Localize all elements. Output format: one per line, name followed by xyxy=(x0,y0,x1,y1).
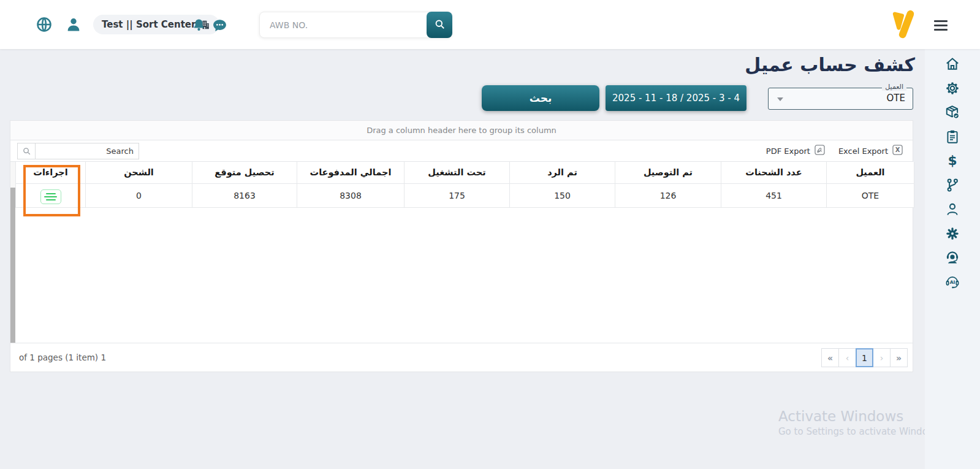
menu-icon[interactable] xyxy=(934,20,948,31)
page-title: كشف حساب عميل xyxy=(745,54,915,75)
right-sidebar: $ AI xyxy=(925,49,980,469)
col-header-in-operation[interactable]: تحت التشغيل xyxy=(405,162,510,183)
user-profile-icon[interactable] xyxy=(944,201,960,217)
pager-last-button[interactable]: » xyxy=(890,348,908,367)
col-header-shipment-count[interactable]: عدد الشحنات xyxy=(721,162,827,183)
date-range-button[interactable]: 2025 - 11 - 18 / 2025 - 3 - 4 xyxy=(606,85,746,111)
settings-gear-icon[interactable] xyxy=(944,226,960,242)
col-header-total-payments[interactable]: اجمالي المدفوعات xyxy=(297,162,405,183)
grid-search-icon xyxy=(17,143,36,159)
cell-actions xyxy=(16,183,86,207)
cell-total-payments: 8308 xyxy=(297,183,405,207)
col-header-returned[interactable]: تم الرد xyxy=(510,162,615,183)
export-buttons: PDF Export Excel Export X xyxy=(766,140,903,162)
shipments-package-icon[interactable] xyxy=(944,104,960,120)
logo-v-icon[interactable] xyxy=(883,7,919,42)
pager-buttons: « ‹ 1 › » xyxy=(822,348,908,367)
user-icon[interactable] xyxy=(65,16,82,33)
row-actions-button[interactable] xyxy=(40,189,61,204)
workspace-badge-label: Test || Sort Center xyxy=(102,19,196,30)
pdf-export-label: PDF Export xyxy=(766,147,810,156)
svg-text:X: X xyxy=(895,147,900,153)
data-grid: Drag a column header here to group its c… xyxy=(10,120,913,372)
grid-search-input[interactable] xyxy=(36,143,139,159)
chevron-down-icon xyxy=(777,97,783,101)
customer-select[interactable]: العميل OTE xyxy=(768,88,913,110)
grid-table: اجراءات الشحن تحصيل متوقع اجمالي المدفوع… xyxy=(15,162,914,208)
pager-next-button[interactable]: › xyxy=(873,348,891,367)
cell-in-operation: 175 xyxy=(405,183,510,207)
pager-prev-button[interactable]: ‹ xyxy=(838,348,856,367)
home-icon[interactable] xyxy=(944,56,960,72)
scrollbar-thumb[interactable] xyxy=(10,188,15,343)
customer-select-value: OTE xyxy=(887,93,905,104)
network-branch-icon[interactable] xyxy=(944,177,960,193)
excel-export-label: Excel Export xyxy=(838,147,888,156)
search-submit-button[interactable]: بحث xyxy=(482,85,599,111)
svg-text:$: $ xyxy=(948,153,957,168)
reports-clipboard-icon[interactable] xyxy=(944,129,960,145)
table-row: 0 8163 8308 175 150 126 451 OTE xyxy=(16,183,914,207)
grid-toolbar: PDF Export Excel Export X xyxy=(10,140,913,162)
activate-windows-watermark: Activate Windows Go to Settings to activ… xyxy=(778,408,943,437)
cell-customer: OTE xyxy=(827,183,914,207)
watermark-line2: Go to Settings to activate Windows. xyxy=(778,426,943,437)
awb-search-button[interactable] xyxy=(427,12,452,38)
globe-icon[interactable] xyxy=(36,16,53,33)
awb-search xyxy=(259,12,452,38)
customer-select-label: العميل xyxy=(882,83,906,91)
cell-returned: 150 xyxy=(510,183,615,207)
chat-icon[interactable] xyxy=(212,18,227,33)
col-header-shipping[interactable]: الشحن xyxy=(86,162,192,183)
pager-first-button[interactable]: « xyxy=(821,348,839,367)
cell-delivered: 126 xyxy=(615,183,721,207)
cell-shipment-count: 451 xyxy=(721,183,827,207)
top-header: Test || Sort Center xyxy=(0,0,980,49)
pager-page-1[interactable]: 1 xyxy=(856,348,873,367)
cell-shipping: 0 xyxy=(86,183,192,207)
excel-icon: X xyxy=(892,145,903,158)
pager: of 1 pages (1 item) 1 « ‹ 1 › » xyxy=(10,343,913,372)
services-badge-icon[interactable] xyxy=(944,80,960,96)
pager-summary: of 1 pages (1 item) 1 xyxy=(19,353,106,362)
svg-text:AI: AI xyxy=(950,280,955,285)
col-header-customer[interactable]: العميل xyxy=(827,162,914,183)
col-header-delivered[interactable]: تم التوصيل xyxy=(615,162,721,183)
col-header-actions[interactable]: اجراءات xyxy=(16,162,86,183)
col-header-expected-collection[interactable]: تحصيل متوقع xyxy=(192,162,297,183)
pdf-icon xyxy=(815,145,825,158)
group-panel[interactable]: Drag a column header here to group its c… xyxy=(10,121,913,140)
app-root: Test || Sort Center xyxy=(0,0,980,469)
bell-icon[interactable] xyxy=(192,18,206,32)
excel-export-button[interactable]: Excel Export X xyxy=(838,145,903,158)
search-icon xyxy=(434,18,446,32)
ai-assistant-icon[interactable]: AI xyxy=(944,274,960,290)
awb-search-input[interactable] xyxy=(259,12,452,38)
grid-vertical-scrollbar[interactable] xyxy=(10,162,15,344)
grid-header-row: اجراءات الشحن تحصيل متوقع اجمالي المدفوع… xyxy=(16,162,914,183)
pdf-export-button[interactable]: PDF Export xyxy=(766,145,825,158)
support-agent-icon[interactable] xyxy=(944,250,960,265)
finance-dollar-icon[interactable]: $ xyxy=(944,153,960,169)
cell-expected-collection: 8163 xyxy=(192,183,297,207)
watermark-line1: Activate Windows xyxy=(778,408,943,424)
